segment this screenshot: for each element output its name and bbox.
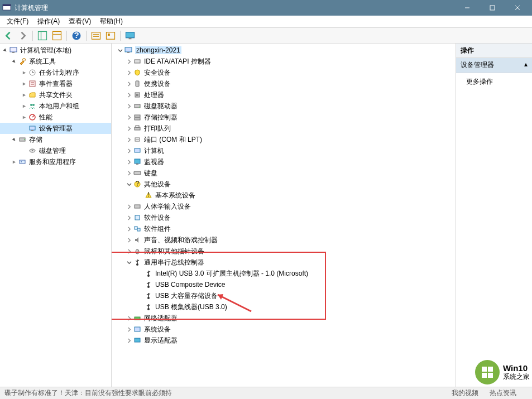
tree-disk-mgmt[interactable]: 磁盘管理 xyxy=(0,145,111,156)
expand-icon[interactable] xyxy=(125,158,133,166)
tree-performance[interactable]: 性能 xyxy=(0,112,111,123)
tree-system-tools[interactable]: 系统工具 xyxy=(0,56,111,67)
device-usb-ctrl[interactable]: 通用串行总线控制器 xyxy=(112,257,456,268)
expand-icon[interactable] xyxy=(125,169,133,177)
device-processor[interactable]: 处理器 xyxy=(112,89,456,100)
device-storage-ctrl[interactable]: 存储控制器 xyxy=(112,112,456,123)
expand-icon[interactable] xyxy=(125,113,133,121)
expand-icon[interactable] xyxy=(125,147,133,155)
tree-root[interactable]: 计算机管理(本地) xyxy=(0,45,111,56)
tree-shared-folders[interactable]: 共享文件夹 xyxy=(0,89,111,100)
tree-device-manager[interactable]: 设备管理器 xyxy=(0,123,111,134)
section-collapse-icon[interactable]: ▴ xyxy=(524,60,528,70)
expand-icon[interactable] xyxy=(10,136,18,143)
tree-event-viewer[interactable]: 事件查看器 xyxy=(0,78,111,89)
back-button[interactable] xyxy=(2,30,15,42)
expand-icon[interactable] xyxy=(125,136,133,143)
expand-icon[interactable] xyxy=(125,236,133,244)
tree-task-scheduler[interactable]: 任务计划程序 xyxy=(0,67,111,78)
device-ide[interactable]: IDE ATA/ATAPI 控制器 xyxy=(112,56,456,67)
expand-icon[interactable] xyxy=(20,80,28,88)
expand-icon[interactable] xyxy=(125,57,133,65)
forward-button[interactable] xyxy=(17,30,29,42)
toolbar: ? xyxy=(0,28,532,44)
device-tree[interactable]: zhongxin-2021 IDE ATA/ATAPI 控制器 安全设备 便携设… xyxy=(112,44,456,387)
device-usb-mass-storage[interactable]: USB 大容量存储设备 xyxy=(112,290,456,301)
services-icon xyxy=(18,157,27,166)
device-hid[interactable]: 人体学输入设备 xyxy=(112,201,456,212)
svg-rect-25 xyxy=(30,81,35,86)
device-software-comp[interactable]: 软件组件 xyxy=(112,223,456,234)
device-computers[interactable]: 计算机 xyxy=(112,145,456,156)
expand-icon[interactable] xyxy=(125,336,133,344)
device-audio[interactable]: 声音、视频和游戏控制器 xyxy=(112,234,456,246)
expand-icon[interactable] xyxy=(125,314,133,322)
tree-storage[interactable]: 存储 xyxy=(0,134,111,145)
actions-more[interactable]: 更多操作 xyxy=(456,73,532,91)
collapse-icon[interactable] xyxy=(125,258,133,266)
expand-icon[interactable] xyxy=(125,203,133,210)
device-monitors[interactable]: 监视器 xyxy=(112,156,456,167)
expand-icon[interactable] xyxy=(20,91,28,99)
show-hide-button[interactable] xyxy=(36,30,49,42)
svg-rect-1 xyxy=(3,4,11,6)
device-usb-composite[interactable]: USB Composite Device xyxy=(112,279,456,290)
properties-button[interactable] xyxy=(51,30,63,42)
device-system[interactable]: 系统设备 xyxy=(112,324,456,335)
minimize-button[interactable] xyxy=(454,0,480,16)
device-software[interactable]: 软件设备 xyxy=(112,212,456,223)
svg-rect-84 xyxy=(488,367,493,372)
expand-icon[interactable] xyxy=(125,69,133,76)
expand-icon[interactable] xyxy=(10,158,18,166)
maximize-button[interactable] xyxy=(480,0,505,16)
device-mice[interactable]: 鼠标和其他指针设备 xyxy=(112,246,456,257)
expand-icon[interactable] xyxy=(125,247,133,255)
expand-icon[interactable] xyxy=(20,69,28,76)
watermark-text: Win10 系统之家 xyxy=(503,364,530,381)
device-computer-root[interactable]: zhongxin-2021 xyxy=(112,45,456,56)
device-keyboards[interactable]: 键盘 xyxy=(112,167,456,179)
expand-icon[interactable] xyxy=(125,325,133,333)
collapse-icon[interactable] xyxy=(116,46,124,54)
close-button[interactable] xyxy=(505,0,530,16)
expand-icon[interactable] xyxy=(125,91,133,99)
expand-icon[interactable] xyxy=(125,225,133,233)
left-navigation-tree[interactable]: 计算机管理(本地) 系统工具 任务计划程序 事件查看器 共享文件夹 本地用户和组 xyxy=(0,44,112,387)
tree-local-users[interactable]: 本地用户和组 xyxy=(0,100,111,112)
view-button-2[interactable] xyxy=(104,30,117,42)
expand-icon[interactable] xyxy=(125,102,133,110)
svg-rect-20 xyxy=(12,52,15,53)
device-display[interactable]: 显示适配器 xyxy=(112,335,456,346)
device-usb-intel[interactable]: Intel(R) USB 3.0 可扩展主机控制器 - 1.0 (Microso… xyxy=(112,268,456,279)
expand-icon[interactable] xyxy=(125,214,133,222)
menu-action[interactable]: 操作(A) xyxy=(33,16,64,27)
menu-file[interactable]: 文件(F) xyxy=(2,16,33,27)
help-button[interactable]: ? xyxy=(70,30,83,42)
device-network[interactable]: 网络适配器 xyxy=(112,313,456,324)
expand-icon[interactable] xyxy=(125,80,133,88)
svg-point-53 xyxy=(136,139,137,140)
device-security[interactable]: 安全设备 xyxy=(112,67,456,78)
actions-section-device-mgr[interactable]: 设备管理器 ▴ xyxy=(456,58,532,73)
menu-help[interactable]: 帮助(H) xyxy=(95,16,127,27)
expand-icon[interactable] xyxy=(10,57,18,65)
device-portable[interactable]: 便携设备 xyxy=(112,78,456,89)
menu-view[interactable]: 查看(V) xyxy=(64,16,95,27)
expand-icon[interactable] xyxy=(20,102,28,110)
content-area: 计算机管理(本地) 系统工具 任务计划程序 事件查看器 共享文件夹 本地用户和组 xyxy=(0,44,532,387)
device-basic-sys[interactable]: !基本系统设备 xyxy=(112,190,456,201)
expand-icon[interactable] xyxy=(20,113,28,121)
device-print-queue[interactable]: 打印队列 xyxy=(112,123,456,134)
expand-icon[interactable] xyxy=(1,46,9,54)
monitor-button[interactable] xyxy=(124,30,136,42)
device-usb-root-hub[interactable]: USB 根集线器(USB 3.0) xyxy=(112,301,456,313)
collapse-icon[interactable] xyxy=(125,180,133,188)
tree-services-apps[interactable]: 服务和应用程序 xyxy=(0,156,111,167)
portable-icon xyxy=(133,79,142,88)
device-ports[interactable]: 端口 (COM 和 LPT) xyxy=(112,134,456,145)
tools-icon xyxy=(18,57,27,66)
view-button-1[interactable] xyxy=(90,30,102,42)
device-other[interactable]: ?其他设备 xyxy=(112,179,456,190)
device-disk-drives[interactable]: 磁盘驱动器 xyxy=(112,100,456,112)
expand-icon[interactable] xyxy=(125,124,133,132)
